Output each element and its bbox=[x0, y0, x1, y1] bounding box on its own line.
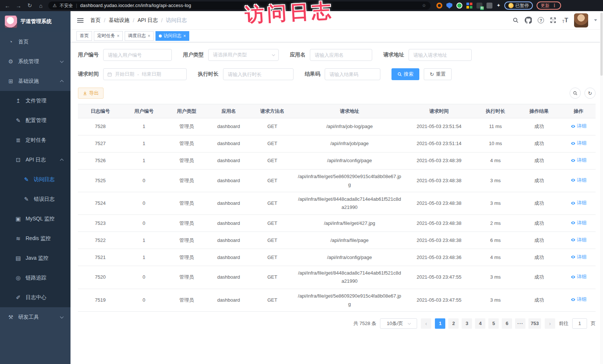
sidebar-item-dev-tools[interactable]: ⚒ 研发工具 bbox=[0, 307, 71, 327]
page-button[interactable]: 3 bbox=[462, 318, 472, 329]
shield-extension-icon[interactable] bbox=[446, 3, 452, 9]
close-icon[interactable]: × bbox=[148, 33, 150, 39]
hamburger-icon[interactable] bbox=[76, 17, 84, 24]
result-code-input[interactable] bbox=[325, 68, 380, 80]
reset-button[interactable]: ↻ 重置 bbox=[424, 68, 452, 80]
close-icon[interactable]: × bbox=[183, 33, 186, 39]
sidebar-item-system[interactable]: ⚙ 系统管理 bbox=[0, 52, 71, 71]
fullscreen-icon[interactable] bbox=[550, 17, 556, 23]
sidebar-item-mysql[interactable]: ▣ MySQL 监控 bbox=[0, 209, 71, 229]
page-ellipsis[interactable]: ··· bbox=[515, 318, 525, 329]
detail-link[interactable]: 详细 bbox=[571, 176, 587, 184]
table-row[interactable]: 7528 1 管理员 dashboard GET /api/infra/job-… bbox=[78, 118, 596, 135]
detail-link[interactable]: 详细 bbox=[571, 156, 587, 164]
profile-chip[interactable]: 已暂停 bbox=[504, 1, 533, 10]
extension-icon[interactable] bbox=[466, 3, 472, 9]
github-icon[interactable] bbox=[525, 17, 532, 24]
browser-reload-icon[interactable]: ↻ bbox=[26, 2, 33, 9]
bookmark-star-icon[interactable]: ☆ bbox=[422, 3, 426, 8]
scrollbar-track[interactable] bbox=[600, 11, 603, 364]
browser-menu-icon[interactable]: ⋮ bbox=[552, 3, 557, 8]
page-button[interactable]: 2 bbox=[448, 318, 459, 329]
detail-link[interactable]: 详细 bbox=[571, 236, 587, 244]
page-button[interactable]: 6 bbox=[502, 318, 512, 329]
page-button[interactable]: 5 bbox=[488, 318, 499, 329]
start-date-placeholder[interactable]: 开始日期 bbox=[115, 71, 134, 78]
table-row[interactable]: 7523 0 管理员 dashboard GET /api/infra/file… bbox=[78, 215, 596, 232]
page-size-select[interactable]: 10条/页 bbox=[380, 318, 417, 329]
table-row[interactable]: 7527 1 管理员 dashboard GET /api/infra/job/… bbox=[78, 135, 596, 153]
duration-input[interactable] bbox=[223, 68, 294, 80]
refresh-table-button[interactable]: ↻ bbox=[584, 88, 596, 99]
tag-access-log[interactable]: 访问日志× bbox=[155, 31, 189, 41]
scrollbar-thumb[interactable] bbox=[600, 13, 603, 76]
export-button[interactable]: 导出 bbox=[78, 88, 104, 99]
help-icon[interactable]: ? bbox=[538, 17, 544, 23]
sidebar-item-error-log[interactable]: ✎ 错误日志 bbox=[0, 189, 71, 209]
sidebar-item-java[interactable]: ▤ Java 监控 bbox=[0, 248, 71, 268]
detail-link[interactable]: 详细 bbox=[571, 273, 587, 281]
detail-link[interactable]: 详细 bbox=[571, 219, 587, 227]
breadcrumb-home[interactable]: 首页 bbox=[90, 17, 101, 24]
user-id-input[interactable] bbox=[103, 49, 172, 61]
sidebar-item-trace[interactable]: ◎ 链路追踪 bbox=[0, 268, 71, 288]
table-row[interactable]: 7520 0 管理员 dashboard GET /api/infra/file… bbox=[78, 266, 596, 289]
table-row[interactable]: 7526 1 管理员 dashboard GET /api/infra/conf… bbox=[78, 153, 596, 170]
browser-forward-icon[interactable]: → bbox=[15, 3, 22, 9]
request-url-input[interactable] bbox=[409, 49, 472, 61]
toggle-search-button[interactable] bbox=[570, 88, 581, 99]
extension-icon[interactable] bbox=[486, 3, 492, 9]
browser-back-icon[interactable]: ← bbox=[4, 3, 11, 9]
update-button[interactable]: 更新 ⋮ bbox=[537, 1, 561, 10]
date-range-picker[interactable]: 开始日期 - 结束日期 bbox=[103, 68, 187, 80]
close-icon[interactable]: × bbox=[117, 33, 119, 39]
app-name-input[interactable] bbox=[310, 49, 372, 61]
browser-home-icon[interactable]: ⌂ bbox=[37, 3, 45, 9]
address-bar[interactable]: ⚠ 不安全 | dashboard.yudao.iocoder.cn/infra… bbox=[48, 1, 430, 10]
app-logo-row[interactable]: 芋道管理系统 bbox=[0, 11, 71, 32]
goto-page-input[interactable] bbox=[572, 318, 587, 329]
page-button[interactable]: 753 bbox=[528, 318, 541, 329]
table-row[interactable]: 7524 0 管理员 dashboard GET /api/infra/file… bbox=[78, 192, 596, 215]
sidebar-item-api-log[interactable]: ⊡ API 日志 bbox=[0, 150, 71, 170]
sidebar-item-file[interactable]: ↥ 文件管理 bbox=[0, 91, 71, 111]
tag-job[interactable]: 定时任务× bbox=[94, 31, 123, 41]
extensions-pin-icon[interactable]: ✦ bbox=[497, 3, 501, 9]
tag-home[interactable]: 首页 bbox=[76, 31, 92, 41]
page-button[interactable]: 4 bbox=[475, 318, 485, 329]
sidebar-item-access-log[interactable]: ✎ 访问日志 bbox=[0, 170, 71, 189]
detail-link[interactable]: 详细 bbox=[571, 199, 587, 207]
extension-icon[interactable] bbox=[456, 3, 462, 9]
next-page-button[interactable]: › bbox=[545, 318, 555, 329]
sidebar-item-infra[interactable]: ⊞ 基础设施 bbox=[0, 71, 71, 91]
detail-link[interactable]: 详细 bbox=[571, 139, 587, 147]
sidebar-item-config[interactable]: ✎ 配置管理 bbox=[0, 111, 71, 130]
extension-icon[interactable] bbox=[436, 3, 442, 9]
user-type-select[interactable]: 请选择用户类型 bbox=[208, 49, 279, 61]
font-size-icon[interactable]: TT bbox=[562, 17, 568, 24]
user-avatar[interactable] bbox=[574, 13, 588, 27]
breadcrumb-api-log[interactable]: API 日志 bbox=[138, 17, 158, 24]
detail-link[interactable]: 详细 bbox=[571, 295, 587, 304]
sidebar-item-log-center[interactable]: ✐ 日志中心 bbox=[0, 288, 71, 307]
table-row[interactable]: 7521 1 管理员 dashboard GET /api/infra/conf… bbox=[78, 249, 596, 266]
table-row[interactable]: 7525 0 管理员 dashboard GET /api/infra/file… bbox=[78, 170, 596, 192]
table-row[interactable]: 7519 0 管理员 dashboard GET /api/infra/file… bbox=[78, 289, 596, 311]
sidebar-item-home[interactable]: ◔ 首页 bbox=[0, 32, 71, 52]
tag-job-log[interactable]: 调度日志× bbox=[125, 31, 154, 41]
end-date-placeholder[interactable]: 结束日期 bbox=[142, 71, 161, 78]
avatar-caret-icon[interactable] bbox=[594, 19, 597, 21]
detail-link[interactable]: 详细 bbox=[571, 122, 587, 130]
detail-link[interactable]: 详细 bbox=[571, 253, 587, 261]
search-icon[interactable] bbox=[512, 17, 519, 23]
page-button[interactable]: 1 bbox=[435, 318, 445, 329]
translate-extension-icon[interactable]: 翻 bbox=[476, 3, 482, 9]
sidebar-item-job[interactable]: ≣ 定时任务 bbox=[0, 130, 71, 150]
security-label[interactable]: 不安全 bbox=[60, 3, 73, 9]
prev-page-button[interactable]: ‹ bbox=[421, 318, 431, 329]
search-button[interactable]: 搜索 bbox=[391, 68, 419, 80]
url-text[interactable]: dashboard.yudao.iocoder.cn/infra/log/api… bbox=[80, 3, 191, 8]
breadcrumb-infra[interactable]: 基础设施 bbox=[109, 17, 130, 24]
sidebar-item-redis[interactable]: ≋ Redis 监控 bbox=[0, 229, 71, 248]
table-row[interactable]: 7522 1 管理员 dashboard GET /api/infra/file… bbox=[78, 232, 596, 249]
